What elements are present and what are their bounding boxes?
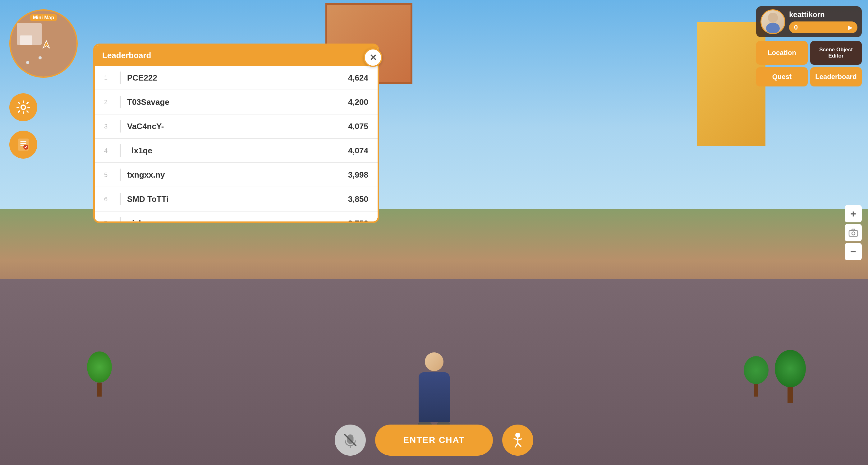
rank-cell: 3 <box>104 123 120 130</box>
svg-line-16 <box>518 443 521 446</box>
leaderboard-row: 2T03Savage4,200 <box>95 90 378 114</box>
rank-cell: 4 <box>104 147 120 154</box>
row-separator <box>120 120 121 133</box>
leaderboard-row: 5txngxx.ny3,998 <box>95 163 378 187</box>
minimap-object2 <box>20 35 32 45</box>
player-score: 3,850 <box>348 195 368 204</box>
leaderboard-title: Leaderboard <box>102 51 151 60</box>
player-score: 4,200 <box>348 97 368 107</box>
quest-button[interactable]: Quest <box>756 67 808 86</box>
nav-buttons: Location Scene Object Editor Quest Leade… <box>756 41 862 86</box>
leaderboard-row: 1PCE2224,624 <box>95 66 378 90</box>
mini-map-content: Mini Map <box>10 10 76 77</box>
row-separator <box>120 193 121 205</box>
mute-button[interactable] <box>335 425 366 456</box>
minimap-dot2 <box>38 56 42 59</box>
svg-point-8 <box>852 232 855 235</box>
row-separator <box>120 71 121 84</box>
leaderboard-row: 7nicha3,750 <box>95 211 378 222</box>
rank-cell: 1 <box>104 74 120 82</box>
player-name: nicha <box>127 219 348 222</box>
rank-cell: 6 <box>104 196 120 203</box>
minimap-cursor <box>42 40 51 51</box>
leaderboard-row: 3VaC4ncY-4,075 <box>95 114 378 139</box>
leaderboard-close-wrapper: ✕ <box>364 48 382 67</box>
rank-cell: 7 <box>104 220 120 222</box>
camera-button[interactable] <box>845 224 862 241</box>
emote-button[interactable] <box>502 425 533 456</box>
username-display: keattikorn <box>789 10 858 19</box>
tree-right-2 <box>744 356 769 397</box>
leaderboard-nav-button[interactable]: Leaderboard <box>810 67 862 86</box>
svg-line-15 <box>515 443 518 447</box>
avatar <box>761 9 785 34</box>
player-score: 4,624 <box>348 73 368 83</box>
svg-point-6 <box>768 13 778 23</box>
svg-line-13 <box>514 438 518 440</box>
location-button[interactable]: Location <box>756 41 808 65</box>
player-score: 3,750 <box>348 219 368 222</box>
rank-cell: 5 <box>104 171 120 178</box>
svg-point-1 <box>21 105 26 110</box>
player-score: 4,075 <box>348 122 368 131</box>
book-button[interactable] <box>9 130 37 158</box>
minimap-dot <box>26 61 29 64</box>
user-profile: keattikorn 0 ▶ <box>756 6 862 37</box>
close-button[interactable]: ✕ <box>364 48 382 67</box>
mini-map-label: Mini Map <box>30 14 57 21</box>
zoom-in-button[interactable]: + <box>845 205 862 222</box>
player-name: VaC4ncY- <box>127 122 348 131</box>
zoom-controls: + − <box>845 205 862 260</box>
player-name: _lx1qe <box>127 146 348 155</box>
svg-point-5 <box>766 23 780 33</box>
row-separator <box>120 144 121 157</box>
svg-rect-7 <box>849 231 858 236</box>
right-panel: keattikorn 0 ▶ Location Scene Object Edi… <box>756 6 862 86</box>
player-name: txngxx.ny <box>127 170 348 180</box>
score-value: 0 <box>794 23 798 31</box>
player-name: PCE222 <box>127 73 348 83</box>
char-body <box>418 372 450 422</box>
player-name: SMD ToTTi <box>127 195 348 204</box>
leaderboard-row: 6SMD ToTTi3,850 <box>95 187 378 211</box>
player-score: 3,998 <box>348 170 368 180</box>
enter-chat-button[interactable]: ENTER CHAT <box>375 425 493 456</box>
leaderboard-body[interactable]: 1PCE2224,6242T03Savage4,2003VaC4ncY-4,07… <box>95 66 378 222</box>
mini-map: Mini Map <box>9 9 78 78</box>
row-separator <box>120 169 121 181</box>
settings-button[interactable] <box>9 93 37 121</box>
close-icon: ✕ <box>370 53 377 63</box>
svg-line-14 <box>518 439 522 440</box>
leaderboard-header: Leaderboard <box>95 45 378 66</box>
leaderboard-modal: Leaderboard 1PCE2224,6242T03Savage4,2003… <box>93 43 379 223</box>
bottom-buttons: ENTER CHAT <box>0 425 868 456</box>
player-name: T03Savage <box>127 97 348 107</box>
svg-point-11 <box>515 433 520 438</box>
row-separator <box>120 217 121 222</box>
row-separator <box>120 96 121 108</box>
score-arrow: ▶ <box>848 24 852 31</box>
tree-left-1 <box>87 351 112 397</box>
zoom-out-button[interactable]: − <box>845 243 862 260</box>
player-score: 4,074 <box>348 146 368 155</box>
leaderboard-row: 4_lx1qe4,074 <box>95 139 378 163</box>
char-head <box>425 352 443 371</box>
building-decoration <box>697 22 766 146</box>
score-bar: 0 ▶ <box>789 22 858 33</box>
svg-marker-0 <box>43 41 50 48</box>
tree-right-1 <box>775 350 806 403</box>
rank-cell: 2 <box>104 98 120 106</box>
scene-editor-button[interactable]: Scene Object Editor <box>810 41 862 65</box>
character <box>418 352 450 431</box>
